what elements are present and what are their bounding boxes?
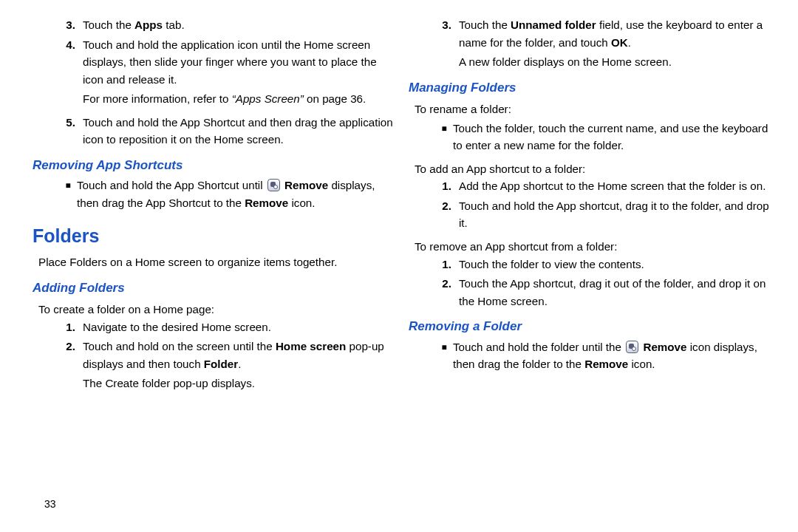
step-text: Touch and hold the application icon unti…	[83, 36, 394, 89]
step-number: 1.	[432, 256, 459, 273]
step-text: Touch and hold on the screen until the H…	[83, 338, 394, 372]
adding-folders-heading: Adding Folders	[33, 279, 394, 298]
bullet-text: Touch and hold the App Shortcut until Re…	[77, 177, 394, 211]
left-column: 3. Touch the Apps tab. 4. Touch and hold…	[28, 16, 394, 525]
step-text: Touch the App shortcut, drag it out of t…	[459, 275, 770, 310]
rename-bullet: ■ Touch the folder, touch the current na…	[409, 120, 770, 154]
step-number: 2.	[56, 338, 83, 372]
square-bullet-icon: ■	[435, 120, 453, 154]
step-number: 3.	[56, 16, 83, 34]
remS-step-2: 2. Touch the App shortcut, drag it out o…	[409, 275, 770, 310]
step-5: 5. Touch and hold the App Shortcut and t…	[33, 114, 394, 149]
remove-icon	[267, 179, 280, 191]
step-number: 3.	[432, 16, 459, 51]
square-bullet-icon: ■	[435, 338, 453, 373]
removing-app-shortcuts-heading: Removing App Shortcuts	[33, 156, 394, 175]
remove-shortcut-bullet: ■ Touch and hold the App Shortcut until …	[33, 177, 394, 211]
step-4-note: For more information, refer to “Apps Scr…	[33, 90, 394, 108]
square-bullet-icon: ■	[59, 177, 77, 211]
remove-icon	[626, 341, 638, 353]
right-column: 3. Touch the Unnamed folder field, use t…	[409, 16, 770, 525]
removing-a-folder-heading: Removing a Folder	[409, 317, 770, 336]
step-4: 4. Touch and hold the application icon u…	[33, 36, 394, 89]
remS-step-1: 1. Touch the folder to view the contents…	[409, 256, 770, 273]
folders-heading: Folders	[33, 222, 394, 250]
step-3: 3. Touch the Apps tab.	[33, 16, 394, 34]
managing-folders-heading: Managing Folders	[409, 78, 770, 98]
remove-shortcut-intro: To remove an App shortcut from a folder:	[409, 238, 770, 256]
add-step-2: 2. Touch and hold on the screen until th…	[33, 338, 394, 372]
folders-intro: Place Folders on a Home screen to organi…	[33, 253, 394, 271]
manual-page: 3. Touch the Apps tab. 4. Touch and hold…	[0, 0, 798, 532]
adding-folders-intro: To create a folder on a Home page:	[33, 301, 394, 318]
step-text: Touch and hold the App shortcut, drag it…	[459, 197, 770, 232]
step-text: Touch the Apps tab.	[83, 16, 394, 34]
step-number: 1.	[56, 318, 83, 336]
step-number: 5.	[56, 114, 83, 149]
addS-step-1: 1. Add the App shortcut to the Home scre…	[409, 177, 770, 195]
step-number: 1.	[432, 177, 459, 195]
step-text: Touch the Unnamed folder field, use the …	[459, 16, 770, 51]
add-shortcut-intro: To add an App shortcut to a folder:	[409, 160, 770, 178]
rename-intro: To rename a folder:	[409, 100, 770, 118]
add-step-1: 1. Navigate to the desired Home screen.	[33, 318, 394, 336]
bullet-text: Touch the folder, touch the current name…	[453, 120, 770, 154]
page-number: 33	[44, 497, 56, 513]
step-number: 4.	[56, 36, 83, 89]
bullet-text: Touch and hold the folder until the Remo…	[453, 338, 770, 373]
step-number: 2.	[432, 275, 459, 310]
step-text: Touch and hold the App Shortcut and then…	[83, 114, 394, 149]
step-text: Touch the folder to view the contents.	[459, 256, 770, 273]
r-step-3-note: A new folder displays on the Home screen…	[409, 53, 770, 71]
remove-folder-bullet: ■ Touch and hold the folder until the Re…	[409, 338, 770, 373]
step-number: 2.	[432, 197, 459, 232]
addS-step-2: 2. Touch and hold the App shortcut, drag…	[409, 197, 770, 232]
step-text: Navigate to the desired Home screen.	[83, 318, 394, 336]
r-step-3: 3. Touch the Unnamed folder field, use t…	[409, 16, 770, 51]
step-text: Add the App shortcut to the Home screen …	[459, 177, 770, 195]
add-step-2-note: The Create folder pop-up displays.	[33, 375, 394, 392]
